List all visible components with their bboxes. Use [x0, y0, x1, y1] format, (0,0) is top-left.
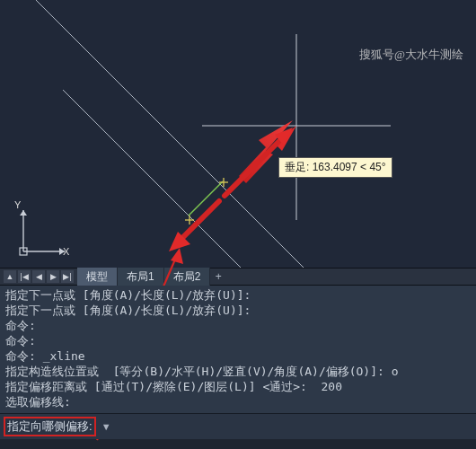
ucs-icon: Y X	[9, 183, 90, 264]
command-expand-icon[interactable]: ▼	[101, 421, 111, 432]
tab-layout2[interactable]: 布局2	[164, 268, 211, 286]
tooltip-text: 垂足: 163.4097 < 45°	[285, 161, 386, 173]
command-history-line: 指定下一点或 [角度(A)/长度(L)/放弃(U)]:	[5, 287, 471, 303]
command-input-row[interactable]: 指定向哪侧偏移: ▼	[0, 413, 476, 439]
watermark-text: 搜狐号@大水牛测绘	[359, 47, 463, 63]
tab-add-button[interactable]: +	[210, 270, 226, 283]
tab-last-icon[interactable]: ▶|	[61, 270, 74, 283]
tab-prev-icon[interactable]: ◀	[32, 270, 45, 283]
drawing-viewport[interactable]: 垂足: 163.4097 < 45° 搜狐号@大水牛测绘 Y X	[0, 0, 476, 268]
svg-marker-18	[20, 210, 27, 216]
command-history-line: 指定偏移距离或 [通过(T)/擦除(E)/图层(L)] <通过>: 200	[5, 379, 471, 394]
tab-model[interactable]: 模型	[77, 268, 118, 286]
command-history-line: 命令: _xline	[5, 348, 471, 364]
snap-tooltip: 垂足: 163.4097 < 45°	[278, 157, 392, 178]
layout-nav-arrows: ▲ |◀ ◀ ▶ ▶|	[0, 270, 77, 283]
tab-scroll-up-icon[interactable]: ▲	[4, 270, 16, 283]
tab-first-icon[interactable]: |◀	[18, 270, 31, 283]
command-history-line: 命令:	[5, 333, 471, 348]
command-history[interactable]: 指定下一点或 [角度(A)/长度(L)/放弃(U)]:指定下一点或 [角度(A)…	[0, 286, 476, 413]
svg-line-13	[178, 201, 219, 242]
ucs-x-label: X	[63, 246, 69, 257]
command-area: 指定下一点或 [角度(A)/长度(L)/放弃(U)]:指定下一点或 [角度(A)…	[0, 286, 476, 439]
tab-next-icon[interactable]: ▶	[47, 270, 59, 283]
tab-layout1[interactable]: 布局1	[118, 268, 164, 286]
command-history-line: 指定下一点或 [角度(A)/长度(L)/放弃(U)]:	[5, 303, 471, 318]
svg-line-2	[189, 181, 223, 216]
layout-tab-bar: ▲ |◀ ◀ ▶ ▶| 模型 布局1 布局2 +	[0, 268, 476, 286]
command-history-line: 指定构造线位置或 [等分(B)/水平(H)/竖直(V)/角度(A)/偏移(O)]…	[5, 364, 471, 379]
command-prompt: 指定向哪侧偏移:	[4, 417, 96, 436]
svg-line-11	[225, 136, 284, 196]
command-history-line: 选取偏移线:	[5, 394, 471, 409]
ucs-y-label: Y	[14, 199, 21, 210]
command-history-line: 命令:	[5, 318, 471, 333]
